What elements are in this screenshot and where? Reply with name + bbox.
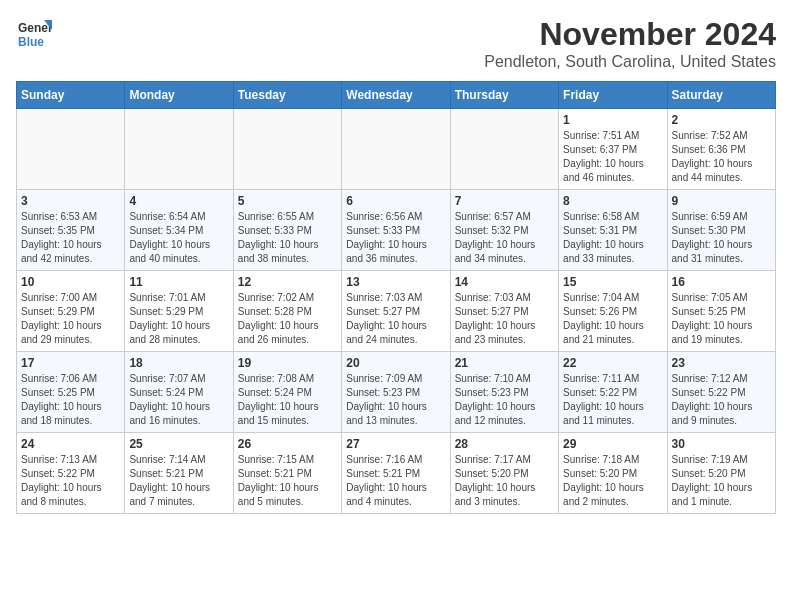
day-info: Sunrise: 6:53 AMSunset: 5:35 PMDaylight:… [21, 210, 120, 266]
days-header-row: SundayMondayTuesdayWednesdayThursdayFrid… [17, 82, 776, 109]
calendar-cell [125, 109, 233, 190]
calendar-table: SundayMondayTuesdayWednesdayThursdayFrid… [16, 81, 776, 514]
title-area: November 2024 Pendleton, South Carolina,… [484, 16, 776, 71]
day-header-tuesday: Tuesday [233, 82, 341, 109]
day-info: Sunrise: 7:18 AMSunset: 5:20 PMDaylight:… [563, 453, 662, 509]
day-number: 3 [21, 194, 120, 208]
day-number: 19 [238, 356, 337, 370]
calendar-cell: 15Sunrise: 7:04 AMSunset: 5:26 PMDayligh… [559, 271, 667, 352]
day-info: Sunrise: 7:00 AMSunset: 5:29 PMDaylight:… [21, 291, 120, 347]
day-number: 15 [563, 275, 662, 289]
calendar-cell [342, 109, 450, 190]
week-row-5: 24Sunrise: 7:13 AMSunset: 5:22 PMDayligh… [17, 433, 776, 514]
calendar-cell: 2Sunrise: 7:52 AMSunset: 6:36 PMDaylight… [667, 109, 775, 190]
calendar-cell: 21Sunrise: 7:10 AMSunset: 5:23 PMDayligh… [450, 352, 558, 433]
day-info: Sunrise: 7:19 AMSunset: 5:20 PMDaylight:… [672, 453, 771, 509]
day-number: 12 [238, 275, 337, 289]
day-info: Sunrise: 7:51 AMSunset: 6:37 PMDaylight:… [563, 129, 662, 185]
day-info: Sunrise: 7:07 AMSunset: 5:24 PMDaylight:… [129, 372, 228, 428]
calendar-cell: 20Sunrise: 7:09 AMSunset: 5:23 PMDayligh… [342, 352, 450, 433]
day-number: 21 [455, 356, 554, 370]
day-info: Sunrise: 7:03 AMSunset: 5:27 PMDaylight:… [455, 291, 554, 347]
calendar-cell: 13Sunrise: 7:03 AMSunset: 5:27 PMDayligh… [342, 271, 450, 352]
calendar-cell: 3Sunrise: 6:53 AMSunset: 5:35 PMDaylight… [17, 190, 125, 271]
day-number: 14 [455, 275, 554, 289]
day-number: 8 [563, 194, 662, 208]
logo-icon: General Blue [16, 16, 52, 52]
day-info: Sunrise: 7:16 AMSunset: 5:21 PMDaylight:… [346, 453, 445, 509]
calendar-cell [17, 109, 125, 190]
day-header-saturday: Saturday [667, 82, 775, 109]
day-number: 18 [129, 356, 228, 370]
location-title: Pendleton, South Carolina, United States [484, 53, 776, 71]
day-number: 23 [672, 356, 771, 370]
calendar-cell: 26Sunrise: 7:15 AMSunset: 5:21 PMDayligh… [233, 433, 341, 514]
day-number: 2 [672, 113, 771, 127]
calendar-cell [450, 109, 558, 190]
calendar-cell: 28Sunrise: 7:17 AMSunset: 5:20 PMDayligh… [450, 433, 558, 514]
day-number: 17 [21, 356, 120, 370]
day-info: Sunrise: 6:55 AMSunset: 5:33 PMDaylight:… [238, 210, 337, 266]
day-number: 27 [346, 437, 445, 451]
calendar-cell: 24Sunrise: 7:13 AMSunset: 5:22 PMDayligh… [17, 433, 125, 514]
day-number: 13 [346, 275, 445, 289]
week-row-1: 1Sunrise: 7:51 AMSunset: 6:37 PMDaylight… [17, 109, 776, 190]
calendar-cell: 9Sunrise: 6:59 AMSunset: 5:30 PMDaylight… [667, 190, 775, 271]
day-info: Sunrise: 7:52 AMSunset: 6:36 PMDaylight:… [672, 129, 771, 185]
calendar-cell: 19Sunrise: 7:08 AMSunset: 5:24 PMDayligh… [233, 352, 341, 433]
calendar-cell: 27Sunrise: 7:16 AMSunset: 5:21 PMDayligh… [342, 433, 450, 514]
day-info: Sunrise: 7:11 AMSunset: 5:22 PMDaylight:… [563, 372, 662, 428]
calendar-cell: 12Sunrise: 7:02 AMSunset: 5:28 PMDayligh… [233, 271, 341, 352]
day-info: Sunrise: 6:57 AMSunset: 5:32 PMDaylight:… [455, 210, 554, 266]
week-row-2: 3Sunrise: 6:53 AMSunset: 5:35 PMDaylight… [17, 190, 776, 271]
svg-text:Blue: Blue [18, 35, 44, 49]
day-info: Sunrise: 7:05 AMSunset: 5:25 PMDaylight:… [672, 291, 771, 347]
calendar-cell: 1Sunrise: 7:51 AMSunset: 6:37 PMDaylight… [559, 109, 667, 190]
calendar-cell: 17Sunrise: 7:06 AMSunset: 5:25 PMDayligh… [17, 352, 125, 433]
day-info: Sunrise: 7:08 AMSunset: 5:24 PMDaylight:… [238, 372, 337, 428]
day-number: 5 [238, 194, 337, 208]
day-number: 10 [21, 275, 120, 289]
calendar-cell: 22Sunrise: 7:11 AMSunset: 5:22 PMDayligh… [559, 352, 667, 433]
day-number: 26 [238, 437, 337, 451]
day-number: 4 [129, 194, 228, 208]
day-info: Sunrise: 7:10 AMSunset: 5:23 PMDaylight:… [455, 372, 554, 428]
day-number: 28 [455, 437, 554, 451]
calendar-cell: 23Sunrise: 7:12 AMSunset: 5:22 PMDayligh… [667, 352, 775, 433]
calendar-cell: 16Sunrise: 7:05 AMSunset: 5:25 PMDayligh… [667, 271, 775, 352]
day-info: Sunrise: 7:09 AMSunset: 5:23 PMDaylight:… [346, 372, 445, 428]
day-info: Sunrise: 7:12 AMSunset: 5:22 PMDaylight:… [672, 372, 771, 428]
calendar-cell: 7Sunrise: 6:57 AMSunset: 5:32 PMDaylight… [450, 190, 558, 271]
day-number: 7 [455, 194, 554, 208]
day-number: 20 [346, 356, 445, 370]
day-number: 29 [563, 437, 662, 451]
calendar-cell: 4Sunrise: 6:54 AMSunset: 5:34 PMDaylight… [125, 190, 233, 271]
day-info: Sunrise: 7:03 AMSunset: 5:27 PMDaylight:… [346, 291, 445, 347]
day-info: Sunrise: 7:13 AMSunset: 5:22 PMDaylight:… [21, 453, 120, 509]
day-number: 16 [672, 275, 771, 289]
day-header-thursday: Thursday [450, 82, 558, 109]
day-header-sunday: Sunday [17, 82, 125, 109]
calendar-cell: 10Sunrise: 7:00 AMSunset: 5:29 PMDayligh… [17, 271, 125, 352]
logo: General Blue [16, 16, 52, 52]
month-title: November 2024 [484, 16, 776, 53]
day-header-monday: Monday [125, 82, 233, 109]
calendar-cell: 11Sunrise: 7:01 AMSunset: 5:29 PMDayligh… [125, 271, 233, 352]
week-row-4: 17Sunrise: 7:06 AMSunset: 5:25 PMDayligh… [17, 352, 776, 433]
day-number: 1 [563, 113, 662, 127]
day-header-wednesday: Wednesday [342, 82, 450, 109]
day-info: Sunrise: 7:01 AMSunset: 5:29 PMDaylight:… [129, 291, 228, 347]
day-number: 22 [563, 356, 662, 370]
calendar-cell: 18Sunrise: 7:07 AMSunset: 5:24 PMDayligh… [125, 352, 233, 433]
day-number: 25 [129, 437, 228, 451]
day-info: Sunrise: 6:59 AMSunset: 5:30 PMDaylight:… [672, 210, 771, 266]
day-info: Sunrise: 6:58 AMSunset: 5:31 PMDaylight:… [563, 210, 662, 266]
day-number: 30 [672, 437, 771, 451]
calendar-cell: 8Sunrise: 6:58 AMSunset: 5:31 PMDaylight… [559, 190, 667, 271]
day-number: 9 [672, 194, 771, 208]
day-info: Sunrise: 6:54 AMSunset: 5:34 PMDaylight:… [129, 210, 228, 266]
calendar-cell: 6Sunrise: 6:56 AMSunset: 5:33 PMDaylight… [342, 190, 450, 271]
day-info: Sunrise: 7:04 AMSunset: 5:26 PMDaylight:… [563, 291, 662, 347]
calendar-cell: 30Sunrise: 7:19 AMSunset: 5:20 PMDayligh… [667, 433, 775, 514]
day-info: Sunrise: 7:15 AMSunset: 5:21 PMDaylight:… [238, 453, 337, 509]
